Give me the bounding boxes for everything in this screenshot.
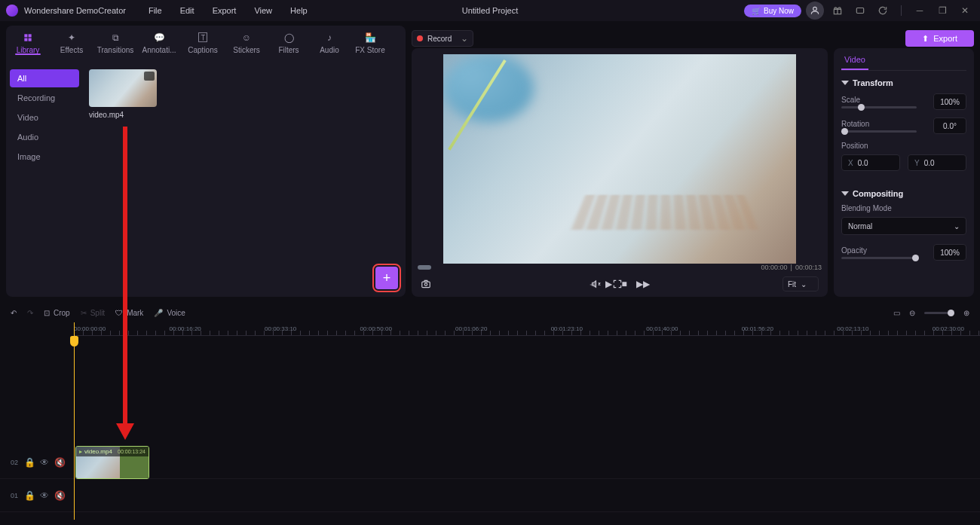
position-x-input[interactable]: X0.0 — [841, 154, 900, 171]
tab-filters[interactable]: ◯Filters — [268, 26, 309, 54]
fxstore-icon: 🏪 — [363, 32, 377, 44]
chevron-down-icon: ⌄ — [954, 222, 960, 230]
sidebar-item-video[interactable]: Video — [10, 108, 79, 127]
sidebar-item-audio[interactable]: Audio — [10, 128, 79, 146]
timeline-ruler[interactable]: 00:00:00:0000:00:16:2000:00:33:1000:00:5… — [74, 322, 980, 336]
play-button[interactable]: ▶ — [605, 279, 612, 289]
minimize-button[interactable]: ─ — [911, 2, 929, 20]
tab-stickers[interactable]: ☺Stickers — [225, 26, 268, 54]
captions-icon: 🅃 — [196, 32, 210, 44]
refresh-icon[interactable] — [874, 2, 892, 20]
next-frame-button[interactable]: ▶▶ — [636, 279, 650, 289]
separator — [901, 5, 902, 16]
tab-audio-label: Audio — [320, 46, 339, 54]
aspect-button[interactable]: ▭ — [893, 309, 900, 317]
props-tab-video[interactable]: Video — [841, 50, 868, 70]
tab-audio[interactable]: ♪Audio — [309, 26, 350, 54]
slider-thumb[interactable] — [841, 128, 848, 135]
slider-thumb[interactable] — [858, 104, 865, 111]
export-button[interactable]: ⬆ Export — [905, 30, 974, 47]
gift-icon[interactable] — [828, 2, 847, 20]
fit-label: Fit — [788, 280, 796, 288]
folder-icon — [144, 72, 155, 81]
tab-annotations[interactable]: 💬Annotati... — [137, 26, 181, 54]
total-time: 00:00:13 — [795, 264, 822, 271]
menu-file[interactable]: File — [141, 4, 170, 17]
tab-fxstore[interactable]: 🏪FX Store — [350, 26, 390, 54]
timeline-clip[interactable]: ▸ video.mp4 00:00:13:24 — [75, 446, 149, 479]
preview-viewport[interactable] — [443, 54, 796, 264]
record-button[interactable]: Record ⌄ — [412, 30, 473, 47]
stop-button[interactable]: ■ — [621, 279, 626, 289]
compositing-title: Compositing — [853, 189, 903, 198]
scale-input[interactable]: 100% — [933, 93, 966, 110]
position-label: Position — [841, 142, 894, 150]
x-axis-label: X — [848, 159, 853, 167]
close-button[interactable]: ✕ — [956, 2, 974, 20]
ruler-tick: 00:00:00:00 — [74, 325, 106, 332]
zoom-in-button[interactable]: ⊕ — [963, 309, 969, 317]
fit-select[interactable]: Fit⌄ — [782, 276, 819, 291]
eye-icon[interactable]: 👁 — [39, 457, 50, 468]
upload-icon: ⬆ — [922, 34, 929, 44]
opacity-input[interactable]: 100% — [933, 244, 966, 261]
mark-icon: 🛡 — [115, 309, 123, 317]
slider-thumb[interactable] — [948, 310, 954, 316]
library-icon — [21, 32, 35, 44]
sidebar-item-recording[interactable]: Recording — [10, 89, 79, 107]
rotation-slider[interactable] — [841, 130, 917, 133]
position-y-input[interactable]: Y0.0 — [908, 154, 966, 171]
tab-captions[interactable]: 🅃Captions — [181, 26, 225, 54]
crop-icon: ⊡ — [44, 309, 50, 317]
tab-transitions[interactable]: ⧉Transitions — [93, 26, 137, 54]
lock-icon[interactable]: 🔒 — [24, 490, 35, 501]
prev-frame-button[interactable]: ◀ — [590, 279, 596, 289]
add-media-button[interactable]: + — [375, 267, 398, 289]
sidebar-item-all[interactable]: All — [10, 69, 79, 87]
mute-icon[interactable]: 🔇 — [54, 490, 65, 501]
playhead[interactable] — [74, 322, 75, 520]
sidebar-item-image[interactable]: Image — [10, 148, 79, 166]
menu-edit[interactable]: Edit — [173, 4, 202, 17]
tab-library[interactable]: Library — [6, 26, 50, 54]
menu-view[interactable]: View — [247, 4, 280, 17]
track-body[interactable]: ▸ video.mp4 00:00:13:24 — [74, 446, 980, 478]
preview-controls: ◀ ▶ ■ ▶▶ Fit⌄ — [412, 271, 828, 297]
svg-rect-7 — [422, 282, 430, 288]
eye-icon[interactable]: 👁 — [39, 490, 50, 501]
redo-button[interactable]: ↷ — [27, 309, 33, 317]
menu-export[interactable]: Export — [205, 4, 244, 17]
section-compositing[interactable]: Compositing — [841, 189, 966, 198]
crop-tool[interactable]: ⊡Crop — [44, 309, 70, 317]
zoom-slider[interactable] — [924, 312, 954, 314]
split-tool[interactable]: ✂Split — [81, 309, 105, 317]
undo-button[interactable]: ↶ — [11, 309, 17, 317]
maximize-button[interactable]: ❐ — [933, 2, 951, 20]
message-icon[interactable] — [851, 2, 869, 20]
tab-effects[interactable]: ✦Effects — [50, 26, 93, 54]
scale-slider[interactable] — [841, 106, 917, 108]
track-body[interactable] — [74, 479, 980, 511]
section-transform[interactable]: Transform — [841, 78, 966, 87]
voice-tool[interactable]: 🎤Voice — [154, 309, 185, 317]
zoom-out-button[interactable]: ⊖ — [909, 309, 915, 317]
preview-progress-strip: 00:00:00 | 00:00:13 — [412, 264, 828, 271]
snapshot-button[interactable] — [421, 279, 431, 289]
lock-icon[interactable]: 🔒 — [24, 457, 35, 468]
account-icon[interactable] — [806, 2, 824, 20]
media-item-label: video.mp4 — [89, 111, 157, 119]
tab-fxstore-label: FX Store — [355, 46, 384, 54]
menu-help[interactable]: Help — [283, 4, 315, 17]
slider-thumb[interactable] — [912, 255, 919, 261]
ruler-tick: 00:02:13:10 — [837, 325, 868, 332]
progress-indicator[interactable] — [418, 265, 431, 270]
media-item[interactable]: video.mp4 — [89, 69, 157, 119]
ruler-tick: 00:00:16:20 — [170, 325, 201, 332]
opacity-slider[interactable] — [841, 257, 917, 259]
mark-tool[interactable]: 🛡Mark — [115, 309, 143, 317]
mute-icon[interactable]: 🔇 — [54, 457, 65, 468]
buy-now-button[interactable]: 🛒 Buy Now — [744, 5, 801, 17]
opacity-label: Opacity — [841, 246, 894, 255]
blend-mode-select[interactable]: Normal⌄ — [841, 217, 966, 235]
rotation-input[interactable]: 0.0° — [933, 118, 966, 134]
